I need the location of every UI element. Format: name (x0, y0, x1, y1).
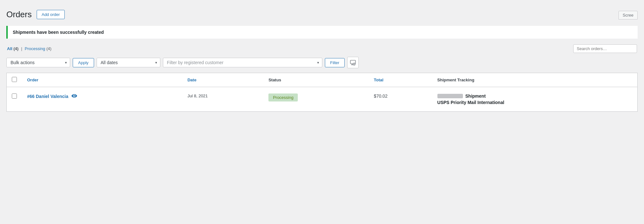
filter-tabs: All (4) | Processing (4) (6, 44, 638, 53)
shipment-carrier: USPS Priority Mail International (437, 100, 504, 105)
svg-point-9 (354, 64, 355, 64)
search-input[interactable] (573, 44, 637, 53)
apply-button[interactable]: Apply (73, 58, 94, 67)
shipment-label: Shipment (465, 93, 486, 99)
filter-customer-wrapper: Filter by registered customer ▾ (163, 58, 322, 67)
status-badge: Processing (268, 93, 298, 101)
filter-customer-select[interactable]: Filter by registered customer (163, 58, 322, 67)
shipment-blurred-number (437, 94, 463, 98)
page-header: Orders Add order Scree (6, 6, 638, 26)
shipment-line: Shipment (437, 93, 632, 99)
success-notice: Shipments have been successfully created (6, 26, 638, 39)
dates-wrapper: All datesThis monthLast month ▾ (97, 58, 160, 67)
tab-processing[interactable]: Processing (4) (25, 46, 52, 51)
orders-table-wrapper: Order Date Status Total Shipment Trackin… (6, 73, 638, 112)
page-title: Orders (6, 10, 32, 19)
select-all-column (7, 73, 22, 87)
table-header-row: Order Date Status Total Shipment Trackin… (7, 73, 637, 87)
page-header-left: Orders Add order (6, 10, 65, 19)
status-column-header: Status (263, 73, 369, 87)
total-column-header[interactable]: Total (369, 73, 432, 87)
shipment-carrier-line: USPS Priority Mail International (437, 100, 632, 105)
row-checkbox[interactable] (12, 93, 17, 99)
shipment-tracking-column-header: Shipment Tracking (432, 73, 637, 87)
total-amount: $70.02 (374, 93, 388, 99)
total-cell: $70.02 (369, 87, 432, 112)
bulk-actions-select[interactable]: Bulk actionsMark processingMark on-holdM… (6, 58, 70, 67)
screen-options-button[interactable]: Scree (618, 11, 638, 19)
add-order-button[interactable]: Add order (37, 10, 64, 19)
tab-all[interactable]: All (4) (7, 46, 18, 51)
order-column-header[interactable]: Order (22, 73, 182, 87)
shipment-tracking-cell: Shipment USPS Priority Mail Internationa… (432, 87, 637, 112)
date-column-header[interactable]: Date (182, 73, 263, 87)
notice-message: Shipments have been successfully created (13, 30, 104, 35)
shipment-tracking-info: Shipment USPS Priority Mail Internationa… (437, 93, 632, 105)
bulk-actions-wrapper: Bulk actionsMark processingMark on-holdM… (6, 58, 70, 67)
order-cell: #66 Daniel Valencia (22, 87, 182, 112)
table-row: #66 Daniel Valencia Jul 8, 2021 Processi… (7, 87, 637, 112)
actions-row: Bulk actionsMark processingMark on-holdM… (6, 57, 638, 68)
order-name-cell: #66 Daniel Valencia (27, 93, 177, 99)
orders-table: Order Date Status Total Shipment Trackin… (7, 73, 637, 111)
status-cell: Processing (263, 87, 369, 112)
date-cell: Jul 8, 2021 (182, 87, 263, 112)
order-link[interactable]: #66 Daniel Valencia (27, 94, 68, 99)
filter-button[interactable]: Filter (325, 58, 345, 67)
row-checkbox-cell (7, 87, 22, 112)
tab-separator: | (21, 46, 22, 51)
eye-icon[interactable] (71, 93, 77, 99)
page-container: Orders Add order Scree Shipments have be… (0, 0, 644, 224)
select-all-checkbox[interactable] (12, 77, 17, 82)
screen-display-button[interactable] (347, 57, 359, 68)
filter-tabs-left: All (4) | Processing (4) (7, 46, 51, 51)
dates-select[interactable]: All datesThis monthLast month (97, 58, 160, 67)
screen-display-icon (350, 60, 356, 65)
